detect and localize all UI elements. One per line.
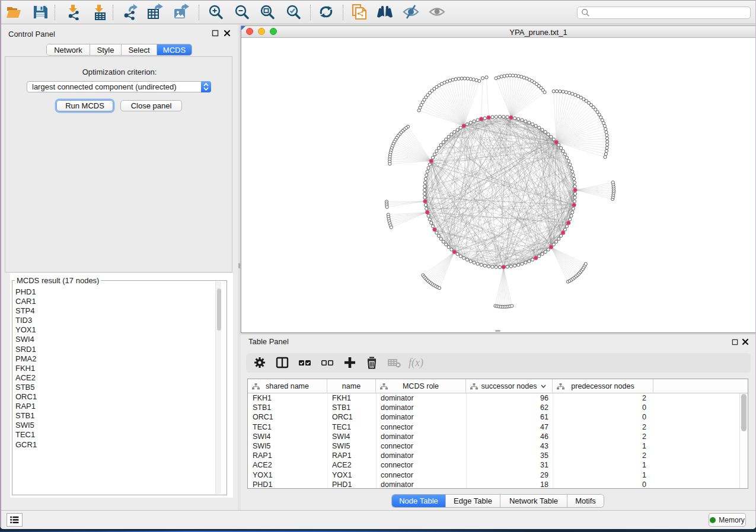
save-session-icon[interactable] bbox=[31, 4, 49, 20]
table-scrollbar[interactable] bbox=[739, 393, 748, 488]
control-panel-title: Control Panel bbox=[8, 30, 55, 39]
memory-button[interactable]: Memory bbox=[709, 513, 746, 527]
list-item[interactable]: SWI4 bbox=[13, 335, 212, 344]
export-network-icon[interactable] bbox=[121, 4, 139, 20]
function-builder-icon[interactable]: f(x) bbox=[409, 355, 429, 370]
deselect-all-icon[interactable] bbox=[320, 355, 335, 370]
tab-network-table[interactable]: Network Table bbox=[500, 495, 567, 507]
table-row[interactable]: YOX1YOX1connector291 bbox=[248, 470, 748, 480]
network-canvas[interactable] bbox=[241, 39, 756, 332]
control-panel-tabs: Network Style Select MCDS bbox=[47, 44, 192, 55]
zoom-fit-icon[interactable] bbox=[259, 4, 276, 20]
export-table-icon[interactable] bbox=[146, 4, 164, 20]
tab-mcds[interactable]: MCDS bbox=[157, 44, 192, 55]
zoom-in-icon[interactable] bbox=[207, 4, 225, 20]
memory-status-icon bbox=[710, 517, 716, 523]
list-item[interactable]: STB1 bbox=[13, 411, 212, 421]
table-rows: FKH1FKH1dominator962STB1STB1dominator620… bbox=[248, 393, 748, 488]
table-row[interactable]: ACE2ACE2connector311 bbox=[248, 460, 748, 470]
show-all-icon[interactable] bbox=[428, 4, 446, 20]
list-item[interactable]: STB5 bbox=[13, 383, 212, 392]
list-item[interactable]: RAP1 bbox=[13, 402, 212, 411]
show-columns-icon[interactable] bbox=[275, 355, 290, 370]
table-cell: 35 bbox=[466, 451, 548, 460]
list-item[interactable]: ACE2 bbox=[13, 373, 212, 383]
delete-column-icon[interactable] bbox=[364, 355, 379, 370]
list-item[interactable]: FKH1 bbox=[13, 364, 212, 373]
import-table-icon[interactable] bbox=[90, 4, 108, 20]
table-settings-icon[interactable] bbox=[252, 355, 267, 370]
tab-motifs[interactable]: Motifs bbox=[567, 495, 604, 507]
tab-network[interactable]: Network bbox=[47, 44, 90, 55]
list-item[interactable]: TEC1 bbox=[13, 430, 212, 440]
open-session-icon[interactable] bbox=[5, 4, 23, 20]
table-row[interactable]: TEC1TEC1connector472 bbox=[248, 422, 748, 432]
tab-node-table[interactable]: Node Table bbox=[392, 495, 446, 507]
list-item[interactable]: CAR1 bbox=[13, 297, 212, 306]
table-cell: YOX1 bbox=[253, 470, 272, 480]
float-table-panel-icon[interactable] bbox=[732, 338, 739, 346]
select-all-icon[interactable] bbox=[297, 355, 312, 370]
zoom-out-icon[interactable] bbox=[233, 4, 251, 20]
table-cell: 2 bbox=[553, 451, 646, 460]
column-header[interactable]: MCDS role bbox=[376, 379, 466, 393]
table-scrollbar-thumb[interactable] bbox=[741, 394, 747, 431]
close-panel-icon[interactable] bbox=[224, 30, 231, 37]
refresh-icon[interactable] bbox=[317, 4, 335, 20]
column-header[interactable]: name bbox=[327, 379, 376, 393]
column-gridline bbox=[327, 393, 328, 488]
table-cell: connector bbox=[381, 460, 413, 470]
table-row[interactable]: ORC1ORC1dominator610 bbox=[248, 412, 748, 422]
task-history-button[interactable] bbox=[7, 513, 23, 527]
tab-edge-table[interactable]: Edge Table bbox=[446, 495, 500, 507]
table-cell: connector bbox=[381, 441, 413, 451]
zoom-selected-icon[interactable] bbox=[285, 4, 302, 20]
find-icon[interactable] bbox=[376, 4, 394, 20]
delete-table-icon[interactable] bbox=[387, 355, 402, 370]
column-header[interactable]: successor nodes bbox=[466, 379, 553, 393]
network-window-titlebar[interactable]: YPA_prune.txt_1 bbox=[241, 26, 756, 38]
list-item[interactable]: PHD1 bbox=[13, 287, 212, 297]
table-row[interactable]: SWI5SWI5connector431 bbox=[248, 441, 748, 451]
column-gridline bbox=[466, 393, 467, 488]
table-cell: FKH1 bbox=[332, 393, 351, 403]
close-panel-button[interactable]: Close panel bbox=[120, 100, 182, 111]
table-cell: 96 bbox=[466, 393, 548, 403]
hide-selected-icon[interactable] bbox=[402, 4, 420, 20]
tab-style[interactable]: Style bbox=[90, 44, 122, 55]
list-item[interactable]: GCR1 bbox=[13, 440, 212, 450]
close-table-panel-icon[interactable] bbox=[742, 338, 749, 346]
column-header[interactable]: shared name bbox=[248, 379, 327, 393]
table-row[interactable]: PHD1PHD1dominator180 bbox=[248, 480, 748, 489]
float-panel-icon[interactable] bbox=[212, 30, 219, 37]
run-mcds-button[interactable]: Run MCDS bbox=[56, 100, 113, 111]
list-item[interactable]: SRD1 bbox=[13, 345, 212, 354]
list-item[interactable]: STP4 bbox=[13, 306, 212, 316]
export-image-icon[interactable] bbox=[173, 4, 190, 20]
import-network-icon[interactable] bbox=[64, 4, 82, 20]
dropdown-stepper-icon bbox=[201, 81, 211, 92]
optimization-criterion-select[interactable]: largest connected component (undirected) bbox=[27, 81, 211, 92]
search-input[interactable] bbox=[577, 7, 751, 19]
list-item[interactable]: PMA2 bbox=[13, 354, 212, 364]
column-header[interactable]: predecessor nodes bbox=[553, 379, 653, 393]
scrollbar-thumb[interactable] bbox=[217, 289, 221, 331]
table-row[interactable]: FKH1FKH1dominator962 bbox=[248, 393, 748, 403]
list-item[interactable]: YOX1 bbox=[13, 325, 212, 335]
table-cell: STB1 bbox=[253, 403, 271, 412]
list-icon bbox=[10, 516, 19, 524]
clone-network-icon[interactable] bbox=[350, 4, 368, 20]
table-row[interactable]: SWI4SWI4dominator462 bbox=[248, 432, 748, 441]
table-cell: 2 bbox=[553, 422, 646, 432]
tab-select[interactable]: Select bbox=[122, 44, 157, 55]
list-item[interactable]: ORC1 bbox=[13, 392, 212, 402]
table-row[interactable]: STB1STB1dominator620 bbox=[248, 403, 748, 412]
list-item[interactable]: TID3 bbox=[13, 316, 212, 325]
create-column-icon[interactable] bbox=[342, 355, 358, 370]
table-toolbar: f(x) bbox=[246, 353, 751, 373]
list-item[interactable]: SWI5 bbox=[13, 421, 212, 430]
canvas-splitter-handle[interactable] bbox=[495, 330, 500, 332]
splitter-handle[interactable] bbox=[238, 263, 240, 268]
table-row[interactable]: RAP1RAP1dominator352 bbox=[248, 451, 748, 460]
mcds-result-scrollbar[interactable] bbox=[215, 281, 221, 494]
